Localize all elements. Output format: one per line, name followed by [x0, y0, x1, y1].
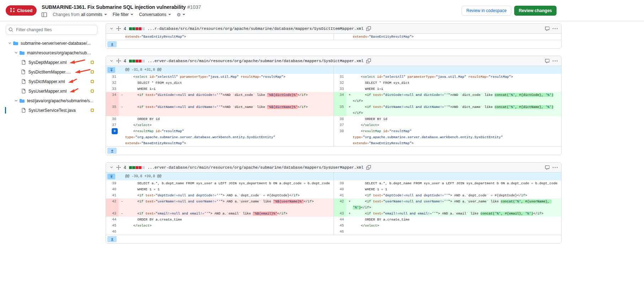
kebab-menu-icon[interactable]: [553, 59, 558, 64]
code-line: WHERE 1 = 1: [353, 186, 561, 192]
code-line: <if test="dictName!=null and dictName!='…: [353, 104, 561, 116]
diffstat-square-add: [129, 60, 132, 62]
expand-down-button[interactable]: [107, 236, 117, 242]
line-number[interactable]: 34: [334, 92, 346, 104]
drag-handle-icon[interactable]: [116, 59, 121, 63]
code-line: ORDER BY a.create_time: [353, 217, 561, 223]
line-number[interactable]: 36: [334, 116, 346, 122]
line-number[interactable]: 46: [106, 229, 119, 235]
tree-folder-item[interactable]: test/java/org/apache/submarine/s...: [6, 96, 97, 105]
pr-title: SUBMARINE-1361. Fix Submarine SQL inject…: [42, 4, 186, 10]
line-number[interactable]: 32: [334, 80, 346, 86]
pr-number[interactable]: #1037: [187, 4, 201, 10]
code-line: extends="BaseEntityResultMap">: [125, 34, 334, 40]
line-number[interactable]: 37: [106, 122, 119, 128]
line-number[interactable]: 34: [106, 92, 119, 104]
line-number[interactable]: [334, 34, 346, 40]
tree-folder-item[interactable]: submarine-server/server-database/...: [6, 38, 97, 48]
kebab-menu-icon[interactable]: [553, 165, 558, 170]
hunk-gutter: [334, 66, 353, 74]
expand-row: [106, 40, 561, 48]
line-number[interactable]: 41: [106, 192, 119, 198]
expand-down-button[interactable]: [107, 41, 117, 47]
line-number[interactable]: 43: [334, 211, 346, 217]
tree-file-item[interactable]: SysDeptMapper.xml: [6, 58, 97, 67]
code-line: </select>: [125, 223, 334, 229]
diffstat-squares: [129, 27, 145, 30]
file-filter-label: File filter: [113, 12, 129, 17]
line-number[interactable]: 41: [334, 192, 346, 198]
line-number[interactable]: 35: [106, 104, 119, 116]
comment-icon[interactable]: [545, 165, 550, 170]
code-line: <if test="deptCode!=null and deptCode!='…: [125, 192, 334, 198]
code-line: <if test="dictCode!=null and dictCode!='…: [353, 92, 561, 104]
diff-row: 4646: [106, 229, 561, 235]
modified-status-icon: [91, 89, 94, 93]
code-line: <resultMap id="resultMap" type="org.apac…: [353, 128, 561, 146]
line-number[interactable]: 39: [106, 180, 119, 186]
comment-icon[interactable]: [545, 59, 550, 64]
diffstat-squares: [129, 60, 145, 62]
line-number[interactable]: 44: [334, 217, 346, 223]
tree-folder-item[interactable]: main/resources/org/apache/subm...: [6, 48, 97, 58]
line-number[interactable]: 42: [334, 198, 346, 211]
line-number[interactable]: 33: [334, 86, 346, 92]
kebab-menu-icon[interactable]: [553, 26, 558, 31]
drag-handle-icon[interactable]: [116, 165, 121, 170]
expand-up-button[interactable]: [107, 174, 115, 179]
file-path: ...erver-database/src/main/resources/org…: [148, 59, 363, 63]
drag-handle-icon[interactable]: [116, 26, 121, 31]
tree-file-item[interactable]: SysDictItemMapper.xml: [6, 67, 97, 77]
tree-file-item[interactable]: SysUserServiceTest.java: [6, 105, 97, 115]
line-number[interactable]: 42: [106, 198, 119, 211]
line-number[interactable]: 46: [334, 229, 346, 235]
line-number[interactable]: 35: [334, 104, 346, 116]
tree-file-item[interactable]: SysDictMapper.xml: [6, 77, 97, 86]
diff-file-panel: 4...erver-database/src/main/resources/or…: [106, 56, 561, 155]
line-number[interactable]: 43: [106, 211, 119, 217]
line-number[interactable]: [106, 34, 119, 40]
code-line: <if test="email!=null and email!=''"> AN…: [125, 211, 334, 217]
diff-sign: +: [346, 211, 353, 217]
pr-closed-icon: [10, 7, 15, 13]
line-number[interactable]: 31: [106, 74, 119, 80]
line-number[interactable]: 32: [106, 80, 119, 86]
line-number[interactable]: 37: [334, 122, 346, 128]
collapse-file-chevron-icon[interactable]: [110, 59, 113, 63]
copy-path-icon[interactable]: [366, 59, 371, 63]
line-number[interactable]: 39: [334, 180, 346, 186]
line-number[interactable]: 33: [106, 86, 119, 92]
line-number[interactable]: 38: [334, 128, 346, 146]
comment-icon[interactable]: [545, 26, 550, 31]
toggle-file-tree-button[interactable]: [42, 12, 47, 17]
line-number[interactable]: 31: [334, 74, 346, 80]
copy-path-icon[interactable]: [366, 26, 371, 31]
line-number[interactable]: 45: [334, 223, 346, 229]
tree-file-item[interactable]: SysUserMapper.xml: [6, 86, 97, 96]
diff-settings-gear[interactable]: ⚙: [177, 12, 186, 17]
code-line: SELECT a.*, b.dept_name FROM sys_user a …: [125, 180, 334, 186]
line-number[interactable]: 45: [106, 223, 119, 229]
review-in-codespace-button[interactable]: Review in codespace: [462, 6, 511, 16]
copy-path-icon[interactable]: [366, 165, 371, 170]
changes-from-dropdown[interactable]: Changes from all commits: [53, 12, 107, 17]
conversations-dropdown[interactable]: Conversations: [139, 12, 171, 17]
collapse-file-chevron-icon[interactable]: [110, 165, 113, 169]
line-number[interactable]: 40: [106, 186, 119, 192]
tree-item-label: submarine-server/server-database/...: [21, 41, 91, 46]
file-filter-dropdown[interactable]: File filter: [113, 12, 133, 17]
file-filter-input[interactable]: [6, 25, 97, 35]
file-path: ...r-database/src/main/resources/org/apa…: [148, 27, 363, 31]
review-changes-button[interactable]: Review changes: [514, 6, 557, 16]
line-number[interactable]: 40: [334, 186, 346, 192]
expand-up-button[interactable]: [107, 67, 115, 73]
diff-row: 44 ORDER BY a.create_time44 ORDER BY a.c…: [106, 217, 561, 223]
diffstat-square-add: [129, 166, 132, 169]
diffstat-square-del: [139, 60, 142, 62]
diff-sign: [119, 116, 125, 122]
line-number[interactable]: 36: [106, 116, 119, 122]
line-number[interactable]: 44: [106, 217, 119, 223]
collapse-file-chevron-icon[interactable]: [110, 27, 113, 31]
expand-down-button[interactable]: [107, 148, 117, 154]
add-comment-button[interactable]: +: [112, 128, 118, 134]
